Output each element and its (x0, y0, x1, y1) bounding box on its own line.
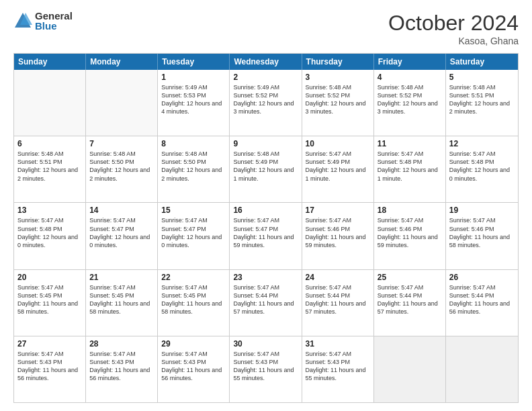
day-number: 11 (378, 139, 442, 148)
day-number: 4 (378, 73, 442, 82)
cell-info: Sunrise: 5:47 AM Sunset: 5:47 PM Dayligh… (233, 216, 298, 249)
weekday-header-saturday: Saturday (446, 54, 518, 70)
logo-general-text: General (35, 11, 73, 21)
cell-info: Sunrise: 5:47 AM Sunset: 5:43 PM Dayligh… (17, 350, 82, 383)
calendar-row: 1Sunrise: 5:49 AM Sunset: 5:53 PM Daylig… (14, 70, 518, 136)
calendar-cell-day-28: 28Sunrise: 5:47 AM Sunset: 5:43 PM Dayli… (86, 336, 158, 402)
cell-info: Sunrise: 5:48 AM Sunset: 5:51 PM Dayligh… (449, 83, 515, 116)
day-number: 12 (449, 139, 515, 148)
calendar-row: 13Sunrise: 5:47 AM Sunset: 5:48 PM Dayli… (14, 202, 518, 269)
logo: General Blue (13, 11, 73, 31)
calendar-cell-day-27: 27Sunrise: 5:47 AM Sunset: 5:43 PM Dayli… (14, 336, 86, 402)
calendar-cell-empty (446, 336, 518, 402)
calendar-cell-empty (374, 336, 446, 402)
calendar-cell-day-10: 10Sunrise: 5:47 AM Sunset: 5:49 PM Dayli… (302, 136, 374, 202)
calendar-cell-day-3: 3Sunrise: 5:48 AM Sunset: 5:52 PM Daylig… (302, 70, 374, 136)
calendar-body: 1Sunrise: 5:49 AM Sunset: 5:53 PM Daylig… (14, 70, 518, 402)
cell-info: Sunrise: 5:47 AM Sunset: 5:43 PM Dayligh… (233, 350, 298, 383)
day-number: 28 (89, 339, 154, 349)
calendar-cell-day-26: 26Sunrise: 5:47 AM Sunset: 5:44 PM Dayli… (446, 270, 518, 336)
cell-info: Sunrise: 5:47 AM Sunset: 5:43 PM Dayligh… (89, 350, 154, 383)
logo-text: General Blue (35, 11, 73, 31)
calendar-cell-day-21: 21Sunrise: 5:47 AM Sunset: 5:45 PM Dayli… (86, 270, 158, 336)
weekday-header-thursday: Thursday (302, 54, 374, 70)
day-number: 14 (89, 205, 154, 215)
calendar-cell-day-9: 9Sunrise: 5:48 AM Sunset: 5:49 PM Daylig… (230, 136, 302, 202)
calendar-cell-day-7: 7Sunrise: 5:48 AM Sunset: 5:50 PM Daylig… (86, 136, 158, 202)
cell-info: Sunrise: 5:47 AM Sunset: 5:44 PM Dayligh… (449, 283, 515, 316)
calendar-row: 6Sunrise: 5:48 AM Sunset: 5:51 PM Daylig… (14, 136, 518, 202)
day-number: 5 (449, 73, 515, 82)
cell-info: Sunrise: 5:48 AM Sunset: 5:51 PM Dayligh… (17, 150, 82, 183)
calendar-cell-empty (14, 70, 86, 136)
calendar-cell-day-17: 17Sunrise: 5:47 AM Sunset: 5:46 PM Dayli… (302, 203, 374, 269)
day-number: 6 (17, 139, 82, 148)
day-number: 3 (306, 73, 370, 82)
calendar-cell-day-30: 30Sunrise: 5:47 AM Sunset: 5:43 PM Dayli… (230, 336, 302, 402)
cell-info: Sunrise: 5:47 AM Sunset: 5:46 PM Dayligh… (378, 216, 442, 249)
weekday-header-monday: Monday (86, 54, 158, 70)
calendar-cell-day-19: 19Sunrise: 5:47 AM Sunset: 5:46 PM Dayli… (446, 203, 518, 269)
cell-info: Sunrise: 5:48 AM Sunset: 5:52 PM Dayligh… (306, 83, 370, 116)
header: General Blue October 2024 Kasoa, Ghana (13, 11, 519, 46)
day-number: 1 (161, 73, 226, 82)
cell-info: Sunrise: 5:47 AM Sunset: 5:44 PM Dayligh… (378, 283, 442, 316)
calendar-cell-day-18: 18Sunrise: 5:47 AM Sunset: 5:46 PM Dayli… (374, 203, 446, 269)
calendar-cell-day-16: 16Sunrise: 5:47 AM Sunset: 5:47 PM Dayli… (230, 203, 302, 269)
calendar-row: 27Sunrise: 5:47 AM Sunset: 5:43 PM Dayli… (14, 336, 518, 402)
logo-icon (13, 11, 32, 30)
day-number: 29 (161, 339, 226, 349)
calendar-cell-empty (86, 70, 158, 136)
cell-info: Sunrise: 5:47 AM Sunset: 5:48 PM Dayligh… (17, 216, 82, 249)
weekday-header-wednesday: Wednesday (230, 54, 302, 70)
cell-info: Sunrise: 5:47 AM Sunset: 5:45 PM Dayligh… (161, 283, 226, 316)
calendar-cell-day-22: 22Sunrise: 5:47 AM Sunset: 5:45 PM Dayli… (158, 270, 230, 336)
cell-info: Sunrise: 5:47 AM Sunset: 5:46 PM Dayligh… (449, 216, 515, 249)
calendar-cell-day-20: 20Sunrise: 5:47 AM Sunset: 5:45 PM Dayli… (14, 270, 86, 336)
day-number: 13 (17, 205, 82, 215)
calendar-cell-day-8: 8Sunrise: 5:48 AM Sunset: 5:50 PM Daylig… (158, 136, 230, 202)
calendar-row: 20Sunrise: 5:47 AM Sunset: 5:45 PM Dayli… (14, 269, 518, 336)
calendar-cell-day-6: 6Sunrise: 5:48 AM Sunset: 5:51 PM Daylig… (14, 136, 86, 202)
cell-info: Sunrise: 5:47 AM Sunset: 5:47 PM Dayligh… (161, 216, 226, 249)
cell-info: Sunrise: 5:47 AM Sunset: 5:43 PM Dayligh… (306, 350, 370, 383)
day-number: 8 (161, 139, 226, 148)
cell-info: Sunrise: 5:47 AM Sunset: 5:48 PM Dayligh… (449, 150, 515, 183)
cell-info: Sunrise: 5:48 AM Sunset: 5:49 PM Dayligh… (233, 150, 298, 183)
cell-info: Sunrise: 5:48 AM Sunset: 5:52 PM Dayligh… (378, 83, 442, 116)
page: General Blue October 2024 Kasoa, Ghana S… (0, 0, 532, 411)
day-number: 7 (89, 139, 154, 148)
day-number: 26 (449, 273, 515, 282)
day-number: 22 (161, 273, 226, 282)
calendar-cell-day-14: 14Sunrise: 5:47 AM Sunset: 5:47 PM Dayli… (86, 203, 158, 269)
cell-info: Sunrise: 5:48 AM Sunset: 5:50 PM Dayligh… (161, 150, 226, 183)
location: Kasoa, Ghana (388, 36, 519, 46)
day-number: 24 (306, 273, 370, 282)
calendar-cell-day-29: 29Sunrise: 5:47 AM Sunset: 5:43 PM Dayli… (158, 336, 230, 402)
calendar-cell-day-12: 12Sunrise: 5:47 AM Sunset: 5:48 PM Dayli… (446, 136, 518, 202)
calendar: SundayMondayTuesdayWednesdayThursdayFrid… (13, 53, 519, 403)
day-number: 21 (89, 273, 154, 282)
day-number: 31 (306, 339, 370, 349)
day-number: 20 (17, 273, 82, 282)
cell-info: Sunrise: 5:47 AM Sunset: 5:45 PM Dayligh… (89, 283, 154, 316)
weekday-header-friday: Friday (374, 54, 446, 70)
calendar-cell-day-11: 11Sunrise: 5:47 AM Sunset: 5:48 PM Dayli… (374, 136, 446, 202)
day-number: 9 (233, 139, 298, 148)
calendar-cell-day-25: 25Sunrise: 5:47 AM Sunset: 5:44 PM Dayli… (374, 270, 446, 336)
day-number: 25 (378, 273, 442, 282)
cell-info: Sunrise: 5:49 AM Sunset: 5:52 PM Dayligh… (233, 83, 298, 116)
calendar-cell-day-2: 2Sunrise: 5:49 AM Sunset: 5:52 PM Daylig… (230, 70, 302, 136)
calendar-cell-day-1: 1Sunrise: 5:49 AM Sunset: 5:53 PM Daylig… (158, 70, 230, 136)
calendar-cell-day-13: 13Sunrise: 5:47 AM Sunset: 5:48 PM Dayli… (14, 203, 86, 269)
cell-info: Sunrise: 5:47 AM Sunset: 5:49 PM Dayligh… (306, 150, 370, 183)
title-area: October 2024 Kasoa, Ghana (388, 11, 519, 46)
calendar-header: SundayMondayTuesdayWednesdayThursdayFrid… (14, 54, 518, 70)
calendar-cell-day-5: 5Sunrise: 5:48 AM Sunset: 5:51 PM Daylig… (446, 70, 518, 136)
cell-info: Sunrise: 5:47 AM Sunset: 5:44 PM Dayligh… (306, 283, 370, 316)
month-title: October 2024 (388, 11, 519, 36)
weekday-header-sunday: Sunday (14, 54, 86, 70)
day-number: 30 (233, 339, 298, 349)
cell-info: Sunrise: 5:47 AM Sunset: 5:47 PM Dayligh… (89, 216, 154, 249)
day-number: 16 (233, 205, 298, 215)
